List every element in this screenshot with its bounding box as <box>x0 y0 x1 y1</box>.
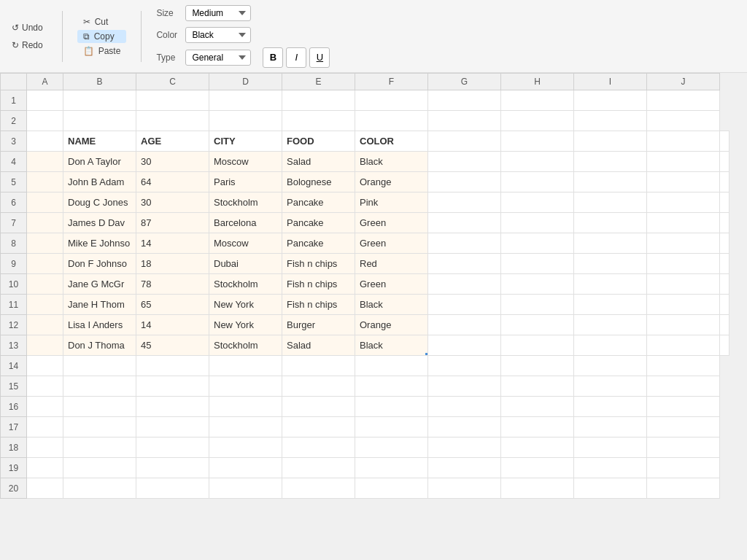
cell-a9[interactable] <box>27 254 63 274</box>
cell-city-row11[interactable]: New York <box>209 295 282 315</box>
cell-empty-r20c1[interactable] <box>136 478 209 499</box>
col-header-g[interactable]: G <box>428 74 501 90</box>
cell-empty-r18c6[interactable] <box>501 438 574 458</box>
cell-empty-r15c2[interactable] <box>209 376 282 397</box>
header-cell-color[interactable]: COLOR <box>355 131 428 152</box>
cell-empty-r1c8[interactable] <box>647 90 720 111</box>
cell-empty-r1c4[interactable] <box>355 90 428 111</box>
cell-empty-r5c3[interactable] <box>647 172 720 192</box>
row-header-4[interactable]: 4 <box>1 152 27 172</box>
cell-age-row13[interactable]: 45 <box>136 335 209 356</box>
cell-empty-r16c3[interactable] <box>282 397 355 417</box>
cell-age-row6[interactable]: 30 <box>136 192 209 213</box>
col-header-c[interactable]: C <box>136 74 209 90</box>
col-header-j[interactable]: J <box>647 74 720 90</box>
cell-empty-r12c3[interactable] <box>647 315 720 335</box>
cell-empty-r19c6[interactable] <box>501 458 574 478</box>
cell-empty-r2c2[interactable] <box>209 111 282 131</box>
cell-empty-r9c3[interactable] <box>647 254 720 274</box>
row-header-19[interactable]: 19 <box>1 458 27 478</box>
cell-empty-r19c1[interactable] <box>136 458 209 478</box>
cell-city-row9[interactable]: Dubai <box>209 254 282 274</box>
col-header-d[interactable]: D <box>209 74 282 90</box>
cell-empty-r17c7[interactable] <box>574 417 647 438</box>
cell-food-row7[interactable]: Pancake <box>282 213 355 233</box>
row-header-10[interactable]: 10 <box>1 274 27 295</box>
row-header-8[interactable]: 8 <box>1 233 27 254</box>
cell-city-row13[interactable]: Stockholm <box>209 335 282 356</box>
cell-empty-r15c1[interactable] <box>136 376 209 397</box>
cell-empty-r16c0[interactable] <box>63 397 136 417</box>
cell-empty-r7c0[interactable] <box>428 213 501 233</box>
cell-food-row4[interactable]: Salad <box>282 152 355 172</box>
cell-empty-r17c0[interactable] <box>63 417 136 438</box>
cell-empty-r19c0[interactable] <box>63 458 136 478</box>
cell-empty-r3c0[interactable] <box>428 131 501 152</box>
cell-empty-r11c2[interactable] <box>574 295 647 315</box>
cell-city-row8[interactable]: Moscow <box>209 233 282 254</box>
cell-empty-r9c0[interactable] <box>428 254 501 274</box>
cell-name-row11[interactable]: Jane H Thom <box>63 295 136 315</box>
cell-empty-r11c3[interactable] <box>647 295 720 315</box>
col-header-b[interactable]: B <box>63 74 136 90</box>
cell-a5[interactable] <box>27 172 63 192</box>
cell-empty-r10c3[interactable] <box>647 274 720 295</box>
row-header-9[interactable]: 9 <box>1 254 27 274</box>
cell-empty-r16c4[interactable] <box>355 397 428 417</box>
col-header-i[interactable]: I <box>574 74 647 90</box>
cell-empty-r16c2[interactable] <box>209 397 282 417</box>
row-header-6[interactable]: 6 <box>1 192 27 213</box>
cell-city-row10[interactable]: Stockholm <box>209 274 282 295</box>
cell-name-row5[interactable]: John B Adam <box>63 172 136 192</box>
cell-empty-r12c1[interactable] <box>501 315 574 335</box>
cell-empty-r13c4[interactable] <box>720 335 729 356</box>
row-header-17[interactable]: 17 <box>1 417 27 438</box>
cell-color-row7[interactable]: Green <box>355 213 428 233</box>
cell-city-row6[interactable]: Stockholm <box>209 192 282 213</box>
cell-empty-r2c0[interactable] <box>63 111 136 131</box>
cell-empty-r17c3[interactable] <box>282 417 355 438</box>
cell-a18[interactable] <box>27 438 63 458</box>
row-header-18[interactable]: 18 <box>1 438 27 458</box>
cell-name-row7[interactable]: James D Dav <box>63 213 136 233</box>
row-header-11[interactable]: 11 <box>1 295 27 315</box>
cell-empty-r8c3[interactable] <box>647 233 720 254</box>
cell-a6[interactable] <box>27 192 63 213</box>
cell-empty-r14c7[interactable] <box>574 356 647 376</box>
cell-empty-r15c4[interactable] <box>355 376 428 397</box>
cell-empty-r14c2[interactable] <box>209 356 282 376</box>
cell-empty-r15c0[interactable] <box>63 376 136 397</box>
cell-empty-r8c0[interactable] <box>428 233 501 254</box>
cell-color-row13[interactable]: Black <box>355 335 428 356</box>
row-header-1[interactable]: 1 <box>1 90 27 111</box>
type-select[interactable]: General Number Text Date <box>185 50 251 66</box>
cell-age-row8[interactable]: 14 <box>136 233 209 254</box>
cell-empty-r6c4[interactable] <box>720 192 729 213</box>
cell-empty-r2c4[interactable] <box>355 111 428 131</box>
cell-empty-r18c3[interactable] <box>282 438 355 458</box>
cell-empty-r2c6[interactable] <box>501 111 574 131</box>
cell-empty-r15c7[interactable] <box>574 376 647 397</box>
cell-empty-r9c4[interactable] <box>720 254 729 274</box>
cell-empty-r20c0[interactable] <box>63 478 136 499</box>
cell-empty-r11c4[interactable] <box>720 295 729 315</box>
header-cell-name[interactable]: NAME <box>63 131 136 152</box>
cell-empty-r3c1[interactable] <box>501 131 574 152</box>
row-header-7[interactable]: 7 <box>1 213 27 233</box>
header-cell-food[interactable]: FOOD <box>282 131 355 152</box>
cell-empty-r3c3[interactable] <box>647 131 720 152</box>
cell-empty-r18c4[interactable] <box>355 438 428 458</box>
cell-empty-r4c4[interactable] <box>720 152 729 172</box>
cell-empty-r12c0[interactable] <box>428 315 501 335</box>
cell-empty-r2c7[interactable] <box>574 111 647 131</box>
cell-empty-r5c0[interactable] <box>428 172 501 192</box>
cell-empty-r14c0[interactable] <box>63 356 136 376</box>
cell-empty-r18c7[interactable] <box>574 438 647 458</box>
cell-empty-r1c1[interactable] <box>136 90 209 111</box>
cell-food-row6[interactable]: Pancake <box>282 192 355 213</box>
cell-food-row10[interactable]: Fish n chips <box>282 274 355 295</box>
cell-empty-r16c5[interactable] <box>428 397 501 417</box>
cell-empty-r17c5[interactable] <box>428 417 501 438</box>
col-header-e[interactable]: E <box>282 74 355 90</box>
cell-empty-r4c1[interactable] <box>501 152 574 172</box>
